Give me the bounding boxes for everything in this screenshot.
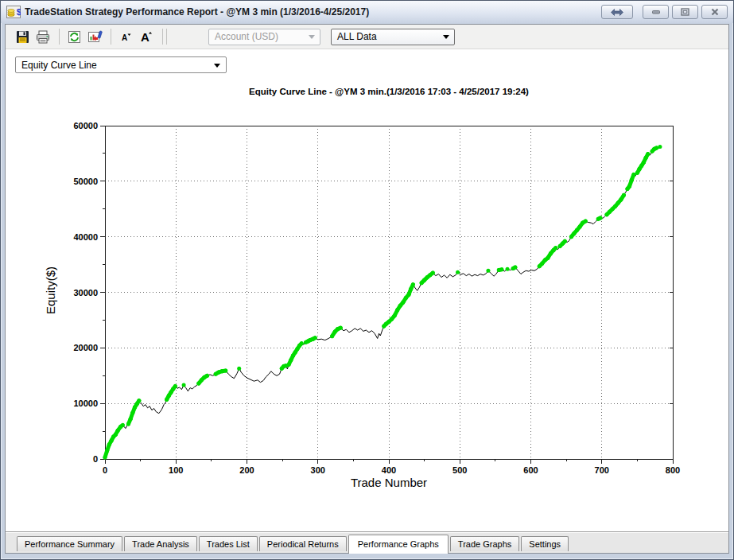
chevron-down-icon (443, 35, 449, 42)
chart-panel: 0100200300400500600700800010000200003000… (6, 49, 728, 531)
data-range-combo[interactable]: ALL Data (331, 29, 455, 45)
client-area: A A Account (USD) ALL Data (5, 24, 729, 554)
chart-title: Equity Curve Line - @YM 3 min.(1/3/2016 … (105, 87, 673, 96)
minimize-button[interactable] (643, 5, 669, 19)
svg-text:40000: 40000 (73, 232, 98, 242)
svg-text:30000: 30000 (73, 288, 98, 298)
tab-trades-list[interactable]: Trades List (199, 536, 258, 551)
svg-text:400: 400 (382, 465, 396, 475)
font-decrease-button[interactable]: A (116, 27, 135, 46)
chevron-down-icon (214, 64, 220, 71)
y-axis-label: Equity($) (44, 266, 57, 314)
svg-text:600: 600 (523, 465, 538, 475)
graph-type-combo[interactable]: Equity Curve Line (15, 56, 227, 73)
svg-text:$: $ (17, 7, 21, 17)
data-range-combo-value: ALL Data (337, 31, 377, 42)
svg-text:20000: 20000 (73, 343, 98, 352)
tab-performance-summary[interactable]: Performance Summary (17, 536, 122, 551)
print-icon (36, 30, 50, 44)
font-decrease-icon: A (119, 30, 132, 43)
svg-text:200: 200 (239, 465, 254, 475)
font-increase-button[interactable]: A (137, 27, 156, 46)
restore-button[interactable] (672, 5, 698, 19)
svg-text:50000: 50000 (73, 177, 98, 186)
save-icon (16, 30, 29, 44)
tab-trade-analysis[interactable]: Trade Analysis (124, 536, 197, 551)
svg-text:700: 700 (595, 465, 609, 475)
svg-text:0: 0 (103, 465, 107, 475)
font-increase-icon: A (139, 29, 153, 44)
svg-text:800: 800 (666, 465, 680, 475)
save-button[interactable] (13, 27, 32, 46)
switch-window-button[interactable] (601, 5, 633, 19)
close-button[interactable] (701, 5, 728, 19)
equity-curve-chart: 0100200300400500600700800010000200003000… (6, 49, 728, 531)
tab-performance-graphs[interactable]: Performance Graphs (348, 535, 449, 554)
format-report-icon (87, 30, 103, 44)
window-title: TradeStation Strategy Performance Report… (25, 6, 598, 18)
account-combo[interactable]: Account (USD) (208, 29, 320, 45)
app-icon: $ (6, 6, 21, 18)
svg-text:500: 500 (452, 465, 467, 475)
toolbar-separator (162, 29, 163, 45)
x-axis-label: Trade Number (351, 476, 427, 489)
tab-settings[interactable]: Settings (521, 536, 569, 551)
print-button[interactable] (33, 27, 52, 46)
toolbar-separator (59, 29, 60, 45)
svg-text:300: 300 (311, 465, 325, 475)
restore-icon (681, 8, 689, 16)
refresh-icon (68, 30, 81, 44)
svg-text:0: 0 (93, 454, 98, 464)
svg-text:A: A (141, 30, 150, 44)
title-bar[interactable]: $ TradeStation Strategy Performance Repo… (1, 1, 733, 23)
close-icon (711, 8, 719, 16)
svg-text:10000: 10000 (73, 399, 98, 408)
svg-text:60000: 60000 (73, 121, 98, 130)
chevron-down-icon (309, 35, 315, 42)
toolbar-separator (166, 29, 167, 45)
toolbar-separator (111, 29, 111, 45)
tab-trade-graphs[interactable]: Trade Graphs (450, 536, 519, 551)
report-tab-bar: Performance Summary Trade Analysis Trade… (6, 531, 728, 553)
format-report-button[interactable] (85, 27, 104, 46)
svg-text:100: 100 (169, 465, 183, 475)
double-arrow-icon (611, 9, 623, 16)
toolbar: A A Account (USD) ALL Data (6, 25, 728, 49)
svg-text:A: A (122, 33, 127, 42)
tradestation-report-window: $ TradeStation Strategy Performance Repo… (0, 0, 734, 560)
account-combo-value: Account (USD) (215, 31, 278, 42)
graph-type-combo-value: Equity Curve Line (21, 60, 97, 71)
refresh-button[interactable] (64, 27, 83, 46)
minimize-icon (652, 10, 660, 14)
tab-periodical-returns[interactable]: Periodical Returns (259, 536, 347, 551)
